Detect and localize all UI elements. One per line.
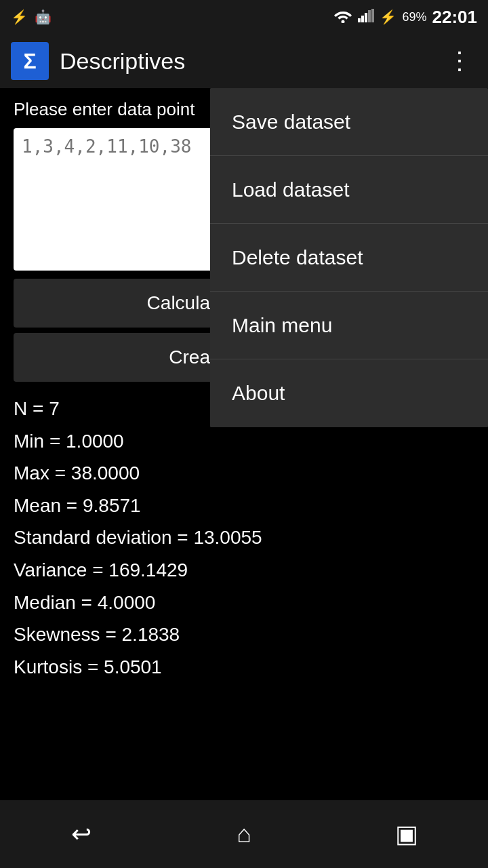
menu-item-load-dataset[interactable]: Load dataset [210,156,488,224]
battery-percentage: 69% [402,10,426,24]
menu-item-about[interactable]: About [210,359,488,427]
svg-rect-3 [365,13,367,22]
svg-point-0 [342,20,345,23]
menu-item-main-menu[interactable]: Main menu [210,292,488,359]
dropdown-overlay[interactable]: Save dataset Load dataset Delete dataset… [0,88,488,868]
dropdown-menu: Save dataset Load dataset Delete dataset… [210,88,488,427]
svg-rect-5 [371,9,374,22]
status-time: 22:01 [432,7,478,28]
menu-item-save-dataset[interactable]: Save dataset [210,88,488,156]
status-bar-left: ⚡ 🤖 [11,9,52,25]
status-bar: ⚡ 🤖 ⚡ 69% 22:01 [0,0,488,34]
svg-rect-4 [368,10,371,22]
app-title: Descriptives [60,48,185,75]
charging-icon: ⚡ [380,9,396,25]
svg-rect-2 [361,16,364,22]
signal-icon [358,9,374,26]
app-bar: Σ Descriptives ⋮ [0,34,488,88]
app-logo: Σ [11,42,49,80]
android-icon: 🤖 [35,9,52,25]
wifi-icon [333,8,352,26]
usb-icon: ⚡ [11,9,28,25]
status-bar-right: ⚡ 69% 22:01 [333,7,477,28]
app-bar-left: Σ Descriptives [11,42,185,80]
battery-indicator: 69% [402,10,426,24]
menu-item-delete-dataset[interactable]: Delete dataset [210,224,488,292]
more-options-button[interactable]: ⋮ [442,41,477,81]
svg-rect-1 [358,18,361,22]
